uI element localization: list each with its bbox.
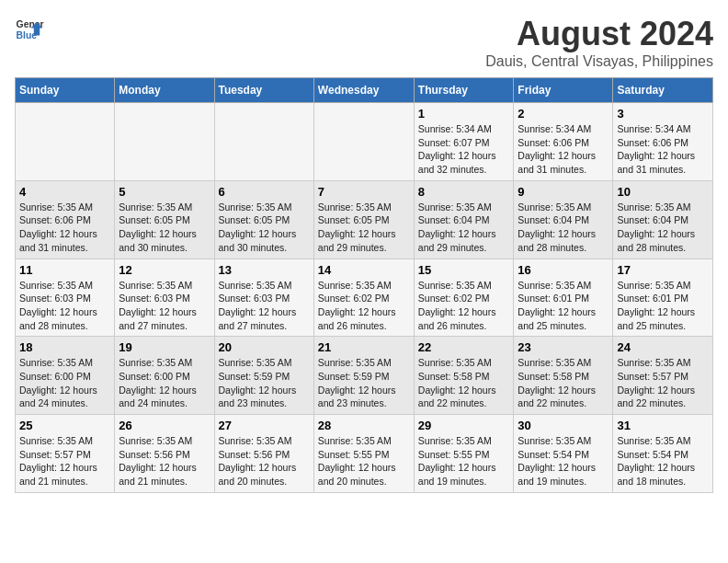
day-info: Sunrise: 5:35 AM Sunset: 6:04 PM Dayligh… [518, 201, 609, 255]
calendar-cell: 5Sunrise: 5:35 AM Sunset: 6:05 PM Daylig… [115, 180, 214, 259]
day-number: 17 [617, 263, 709, 277]
day-info: Sunrise: 5:35 AM Sunset: 6:06 PM Dayligh… [19, 201, 110, 255]
calendar-cell: 14Sunrise: 5:35 AM Sunset: 6:02 PM Dayli… [313, 259, 414, 337]
weekday-header-thursday: Thursday [414, 78, 514, 103]
calendar-cell: 27Sunrise: 5:35 AM Sunset: 5:56 PM Dayli… [214, 415, 313, 493]
day-number: 31 [617, 419, 709, 432]
logo-icon: General Blue [15, 15, 44, 44]
day-number: 9 [518, 185, 609, 199]
calendar-week-5: 25Sunrise: 5:35 AM Sunset: 5:57 PM Dayli… [16, 415, 713, 493]
calendar-cell: 18Sunrise: 5:35 AM Sunset: 6:00 PM Dayli… [16, 337, 115, 415]
day-number: 15 [418, 263, 510, 277]
calendar-week-2: 4Sunrise: 5:35 AM Sunset: 6:06 PM Daylig… [16, 180, 713, 259]
weekday-header-row: SundayMondayTuesdayWednesdayThursdayFrid… [16, 78, 713, 103]
calendar-cell: 17Sunrise: 5:35 AM Sunset: 6:01 PM Dayli… [613, 259, 713, 337]
weekday-header-friday: Friday [514, 78, 613, 103]
day-info: Sunrise: 5:35 AM Sunset: 5:54 PM Dayligh… [518, 434, 609, 488]
day-number: 26 [119, 419, 210, 432]
day-info: Sunrise: 5:35 AM Sunset: 5:56 PM Dayligh… [219, 434, 310, 488]
calendar-cell: 21Sunrise: 5:35 AM Sunset: 5:59 PM Dayli… [313, 337, 414, 415]
day-info: Sunrise: 5:35 AM Sunset: 6:05 PM Dayligh… [318, 201, 410, 255]
day-number: 25 [19, 419, 110, 432]
day-number: 4 [19, 185, 110, 199]
day-number: 18 [19, 340, 110, 354]
day-number: 6 [219, 185, 310, 199]
day-info: Sunrise: 5:35 AM Sunset: 6:02 PM Dayligh… [318, 279, 410, 333]
calendar-cell: 11Sunrise: 5:35 AM Sunset: 6:03 PM Dayli… [16, 259, 115, 337]
day-number: 11 [19, 263, 110, 277]
day-info: Sunrise: 5:35 AM Sunset: 5:59 PM Dayligh… [219, 356, 310, 410]
day-number: 23 [518, 340, 609, 354]
weekday-header-wednesday: Wednesday [313, 78, 414, 103]
day-number: 2 [518, 107, 609, 121]
calendar-cell: 13Sunrise: 5:35 AM Sunset: 6:03 PM Dayli… [214, 259, 313, 337]
weekday-header-saturday: Saturday [613, 78, 713, 103]
day-number: 10 [617, 185, 709, 199]
calendar-cell: 1Sunrise: 5:34 AM Sunset: 6:07 PM Daylig… [414, 103, 514, 181]
day-info: Sunrise: 5:35 AM Sunset: 6:05 PM Dayligh… [219, 201, 310, 255]
day-number: 12 [119, 263, 210, 277]
day-info: Sunrise: 5:35 AM Sunset: 5:59 PM Dayligh… [318, 356, 410, 410]
day-info: Sunrise: 5:35 AM Sunset: 5:54 PM Dayligh… [617, 434, 709, 488]
calendar-cell: 28Sunrise: 5:35 AM Sunset: 5:55 PM Dayli… [313, 415, 414, 493]
day-number: 19 [119, 340, 210, 354]
calendar-cell: 3Sunrise: 5:34 AM Sunset: 6:06 PM Daylig… [613, 103, 713, 181]
day-info: Sunrise: 5:35 AM Sunset: 6:02 PM Dayligh… [418, 279, 510, 333]
day-number: 28 [318, 419, 410, 432]
calendar-cell [16, 103, 115, 181]
calendar-cell: 22Sunrise: 5:35 AM Sunset: 5:58 PM Dayli… [414, 337, 514, 415]
day-number: 21 [318, 340, 410, 354]
main-title: August 2024 [485, 15, 713, 53]
day-number: 29 [418, 419, 510, 432]
logo: General Blue [15, 15, 44, 44]
calendar-cell: 12Sunrise: 5:35 AM Sunset: 6:03 PM Dayli… [115, 259, 214, 337]
day-info: Sunrise: 5:35 AM Sunset: 5:55 PM Dayligh… [418, 434, 510, 488]
calendar-cell [115, 103, 214, 181]
day-info: Sunrise: 5:35 AM Sunset: 6:01 PM Dayligh… [518, 279, 609, 333]
weekday-header-tuesday: Tuesday [214, 78, 313, 103]
calendar-cell: 30Sunrise: 5:35 AM Sunset: 5:54 PM Dayli… [514, 415, 613, 493]
calendar-cell: 6Sunrise: 5:35 AM Sunset: 6:05 PM Daylig… [214, 180, 313, 259]
day-info: Sunrise: 5:35 AM Sunset: 6:03 PM Dayligh… [119, 279, 210, 333]
day-info: Sunrise: 5:35 AM Sunset: 5:58 PM Dayligh… [518, 356, 609, 410]
day-info: Sunrise: 5:35 AM Sunset: 6:00 PM Dayligh… [119, 356, 210, 410]
day-number: 13 [219, 263, 310, 277]
calendar-cell: 20Sunrise: 5:35 AM Sunset: 5:59 PM Dayli… [214, 337, 313, 415]
day-number: 1 [418, 107, 510, 121]
day-info: Sunrise: 5:35 AM Sunset: 5:55 PM Dayligh… [318, 434, 410, 488]
day-info: Sunrise: 5:35 AM Sunset: 6:03 PM Dayligh… [19, 279, 110, 333]
day-info: Sunrise: 5:35 AM Sunset: 6:05 PM Dayligh… [119, 201, 210, 255]
calendar-cell: 8Sunrise: 5:35 AM Sunset: 6:04 PM Daylig… [414, 180, 514, 259]
calendar-week-4: 18Sunrise: 5:35 AM Sunset: 6:00 PM Dayli… [16, 337, 713, 415]
day-info: Sunrise: 5:35 AM Sunset: 6:04 PM Dayligh… [617, 201, 709, 255]
calendar-cell: 25Sunrise: 5:35 AM Sunset: 5:57 PM Dayli… [16, 415, 115, 493]
day-number: 14 [318, 263, 410, 277]
svg-text:General: General [17, 19, 44, 29]
weekday-header-monday: Monday [115, 78, 214, 103]
day-info: Sunrise: 5:34 AM Sunset: 6:07 PM Dayligh… [418, 122, 510, 177]
calendar-cell [214, 103, 313, 181]
day-info: Sunrise: 5:34 AM Sunset: 6:06 PM Dayligh… [518, 122, 609, 177]
calendar-cell: 16Sunrise: 5:35 AM Sunset: 6:01 PM Dayli… [514, 259, 613, 337]
day-info: Sunrise: 5:35 AM Sunset: 5:58 PM Dayligh… [418, 356, 510, 410]
calendar-cell: 19Sunrise: 5:35 AM Sunset: 6:00 PM Dayli… [115, 337, 214, 415]
day-number: 16 [518, 263, 609, 277]
day-info: Sunrise: 5:35 AM Sunset: 5:57 PM Dayligh… [617, 356, 709, 410]
day-number: 3 [617, 107, 709, 121]
calendar-cell: 7Sunrise: 5:35 AM Sunset: 6:05 PM Daylig… [313, 180, 414, 259]
calendar-week-1: 1Sunrise: 5:34 AM Sunset: 6:07 PM Daylig… [16, 103, 713, 181]
day-number: 22 [418, 340, 510, 354]
calendar-week-3: 11Sunrise: 5:35 AM Sunset: 6:03 PM Dayli… [16, 259, 713, 337]
title-area: August 2024 Dauis, Central Visayas, Phil… [485, 15, 713, 70]
calendar-cell: 9Sunrise: 5:35 AM Sunset: 6:04 PM Daylig… [514, 180, 613, 259]
day-number: 24 [617, 340, 709, 354]
calendar-cell: 31Sunrise: 5:35 AM Sunset: 5:54 PM Dayli… [613, 415, 713, 493]
subtitle: Dauis, Central Visayas, Philippines [485, 53, 713, 70]
day-number: 30 [518, 419, 609, 432]
day-info: Sunrise: 5:35 AM Sunset: 6:00 PM Dayligh… [19, 356, 110, 410]
calendar-cell: 24Sunrise: 5:35 AM Sunset: 5:57 PM Dayli… [613, 337, 713, 415]
day-info: Sunrise: 5:34 AM Sunset: 6:06 PM Dayligh… [617, 122, 709, 177]
day-info: Sunrise: 5:35 AM Sunset: 6:04 PM Dayligh… [418, 201, 510, 255]
calendar-cell: 4Sunrise: 5:35 AM Sunset: 6:06 PM Daylig… [16, 180, 115, 259]
day-number: 8 [418, 185, 510, 199]
